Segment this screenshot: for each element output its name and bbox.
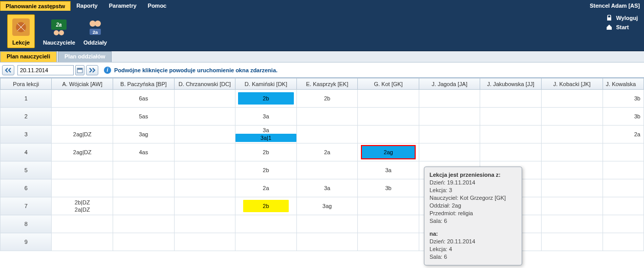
grid-cell[interactable] — [52, 90, 113, 108]
grid-cell[interactable] — [52, 108, 113, 126]
ribbon-nauczyciele[interactable]: 2a Nauczyciele — [43, 17, 75, 46]
col-header-0[interactable]: A. Wójciak [AW] — [52, 78, 113, 90]
col-header-3[interactable]: D. Kamiński [DK] — [235, 78, 297, 90]
grid-cell[interactable]: 3b — [358, 179, 419, 197]
grid-cell[interactable] — [541, 197, 603, 215]
subtab-plan-nauczycieli[interactable]: Plan nauczycieli — [0, 51, 57, 62]
grid-cell[interactable] — [419, 126, 480, 143]
grid-cell[interactable]: 3a — [296, 179, 358, 197]
grid-cell[interactable] — [174, 197, 235, 215]
grid-cell[interactable] — [480, 143, 542, 161]
menu-tab-planowanie[interactable]: Planowanie zastępstw — [0, 1, 71, 11]
grid-cell[interactable] — [52, 179, 113, 197]
col-header-7[interactable]: J. Jakubowska [JJ] — [480, 78, 542, 90]
calendar-button[interactable] — [75, 65, 84, 75]
grid-cell[interactable] — [174, 215, 235, 233]
col-header-2[interactable]: D. Chrzanowski [DC] — [174, 78, 235, 90]
grid-cell[interactable] — [541, 90, 603, 108]
grid-cell[interactable] — [603, 161, 643, 179]
grid-cell[interactable] — [603, 143, 643, 161]
grid-cell[interactable] — [541, 215, 603, 233]
grid-cell[interactable] — [174, 90, 235, 108]
grid-cell[interactable] — [174, 179, 235, 197]
grid-cell[interactable] — [419, 90, 480, 108]
grid-cell[interactable] — [358, 233, 419, 251]
grid-cell[interactable]: 2b — [235, 143, 297, 161]
grid-cell[interactable] — [480, 90, 542, 108]
grid-cell[interactable]: 2b — [235, 197, 297, 215]
grid-cell[interactable] — [296, 108, 358, 126]
ribbon-oddzialy[interactable]: 2a Oddziały — [83, 17, 107, 46]
grid-cell[interactable] — [296, 215, 358, 233]
ribbon-lekcje[interactable]: Lekcje — [7, 14, 35, 48]
grid-cell[interactable] — [174, 108, 235, 126]
grid-cell[interactable] — [603, 233, 643, 251]
grid-cell[interactable] — [113, 215, 175, 233]
grid-cell[interactable] — [296, 126, 358, 143]
grid-cell[interactable] — [174, 143, 235, 161]
grid-cell[interactable] — [541, 179, 603, 197]
grid-cell[interactable]: 2b — [235, 90, 297, 108]
col-header-1[interactable]: B. Paczyńska [BP] — [113, 78, 175, 90]
grid-cell[interactable]: 2ag|DZ — [52, 143, 113, 161]
grid-cell[interactable] — [480, 126, 542, 143]
grid-cell[interactable]: 4as — [113, 143, 175, 161]
grid-cell[interactable] — [358, 126, 419, 143]
col-header-4[interactable]: E. Kasprzyk [EK] — [296, 78, 358, 90]
grid-cell[interactable]: 3a — [358, 161, 419, 179]
grid-cell[interactable] — [480, 108, 542, 126]
grid-cell[interactable] — [603, 179, 643, 197]
grid-cell[interactable]: 2a — [296, 143, 358, 161]
grid-cell[interactable]: 3a — [235, 108, 297, 126]
grid-cell[interactable]: 2b — [296, 90, 358, 108]
grid-cell[interactable] — [52, 161, 113, 179]
col-header-6[interactable]: J. Jagoda [JA] — [419, 78, 480, 90]
col-header-8[interactable]: J. Kobacki [JK] — [541, 78, 603, 90]
menu-tab-raporty[interactable]: Raporty — [71, 1, 103, 11]
grid-cell[interactable] — [174, 126, 235, 143]
date-input[interactable] — [17, 65, 74, 75]
grid-cell[interactable]: 2b|DZ 2a|DZ — [52, 197, 113, 215]
grid-cell[interactable] — [296, 233, 358, 251]
grid-cell[interactable] — [174, 233, 235, 251]
grid-cell[interactable] — [358, 197, 419, 215]
grid-cell[interactable] — [113, 197, 175, 215]
grid-cell[interactable] — [113, 233, 175, 251]
next-date-button[interactable] — [86, 65, 98, 75]
grid-cell[interactable] — [52, 233, 113, 251]
grid-cell[interactable] — [174, 161, 235, 179]
grid-cell[interactable] — [419, 143, 480, 161]
grid-cell[interactable] — [235, 233, 297, 251]
start-link[interactable]: Start — [606, 24, 638, 31]
grid-cell[interactable]: 5as — [113, 108, 175, 126]
grid-cell[interactable]: 2a — [603, 126, 643, 143]
grid-cell[interactable] — [541, 233, 603, 251]
grid-cell[interactable] — [52, 215, 113, 233]
col-header-period[interactable]: Pora lekcji — [1, 78, 52, 90]
grid-cell[interactable] — [358, 215, 419, 233]
grid-cell[interactable]: 3a 3a|1 — [235, 126, 297, 143]
grid-cell[interactable] — [113, 179, 175, 197]
grid-cell[interactable] — [358, 90, 419, 108]
grid-cell[interactable] — [541, 143, 603, 161]
logout-link[interactable]: Wyloguj — [606, 14, 638, 22]
grid-cell[interactable]: 3b — [603, 90, 643, 108]
grid-cell[interactable] — [419, 108, 480, 126]
subtab-plan-oddzialow[interactable]: Plan oddziałów — [58, 51, 112, 62]
grid-cell[interactable]: 3ag — [113, 126, 175, 143]
grid-cell[interactable]: 3b — [603, 108, 643, 126]
grid-cell[interactable]: 2b — [235, 161, 297, 179]
grid-cell[interactable] — [603, 197, 643, 215]
grid-cell[interactable] — [541, 161, 603, 179]
menu-tab-pomoc[interactable]: Pomoc — [142, 1, 173, 11]
menu-tab-parametry[interactable]: Parametry — [103, 1, 142, 11]
grid-cell[interactable]: 2a — [235, 179, 297, 197]
grid-cell[interactable] — [235, 215, 297, 233]
grid-cell[interactable]: 6as — [113, 90, 175, 108]
grid-cell[interactable] — [541, 108, 603, 126]
col-header-5[interactable]: G. Kot [GK] — [358, 78, 419, 90]
grid-cell[interactable] — [358, 108, 419, 126]
grid-cell[interactable] — [296, 161, 358, 179]
grid-cell[interactable]: 3ag — [296, 197, 358, 215]
grid-cell[interactable]: 2ag — [358, 143, 419, 161]
